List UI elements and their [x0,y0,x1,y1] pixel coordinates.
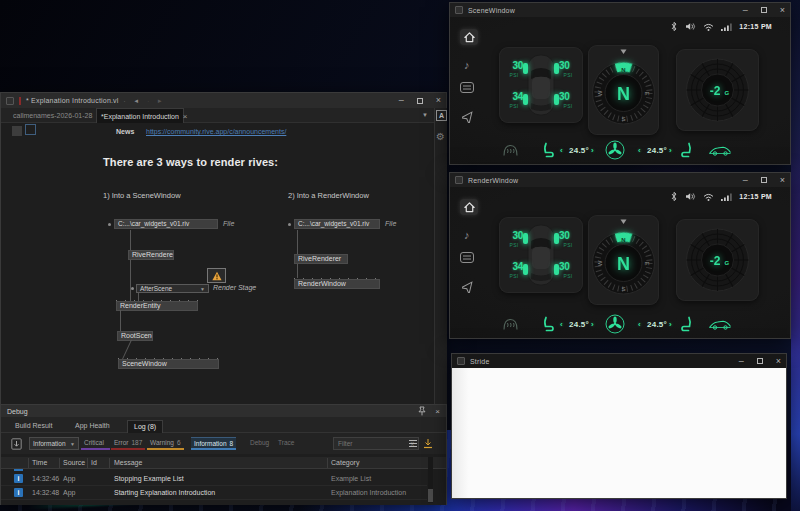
node-scene-window[interactable]: SceneWindow [118,359,219,369]
log-row[interactable]: i 14:32:48 App Starting Explanation Intr… [1,486,427,500]
col-message[interactable]: Message [114,459,142,466]
minimize-button[interactable]: – [743,176,748,185]
tab-build-result[interactable]: Build Result [9,420,58,433]
defrost-icon[interactable] [502,317,519,331]
maximize-button[interactable] [757,358,763,364]
home-button[interactable] [460,199,478,215]
filter-input[interactable] [334,440,411,447]
fan-icon[interactable] [605,140,625,160]
node-root-scene[interactable]: RootScene [117,331,153,341]
auto-clear-icon[interactable] [11,438,22,450]
temp-left-increase-chevron[interactable]: › [591,146,594,155]
node-riv-file[interactable]: C:...\car_widgets_v01.riv [114,219,218,229]
scrollbar-handle[interactable] [428,489,433,502]
node-pin[interactable] [108,223,111,226]
tab-app-health[interactable]: App Health [69,420,116,433]
node-riv-file[interactable]: C:...\car_widgets_v01.riv [294,219,380,229]
temp-right-increase-chevron[interactable]: › [669,146,672,155]
filter-field[interactable]: x [333,437,419,450]
gforce-panel[interactable]: -2 G [676,219,759,301]
temp-left-decrease-chevron[interactable]: ‹ [560,320,563,329]
tab-log[interactable]: Log (8) [127,420,163,433]
temp-left-increase-chevron[interactable]: › [591,320,594,329]
climate-vents-icon[interactable] [460,252,474,263]
debug-panel-header[interactable]: Debug × [1,405,446,417]
car-side-icon[interactable] [708,318,732,330]
tab-overflow-icon[interactable]: ▼ [422,112,428,118]
temp-right-decrease-chevron[interactable]: ‹ [638,146,641,155]
stride-viewport[interactable] [452,368,786,498]
log-scrollbar[interactable] [428,457,433,503]
col-category[interactable]: Category [331,459,359,466]
wrap-lines-icon[interactable] [409,440,417,447]
maximize-button[interactable] [417,98,423,104]
log-filter-warning[interactable]: Warning6 [147,437,184,450]
tab-close-icon[interactable]: × [183,112,188,121]
editor-titlebar[interactable]: * Explanation Introduction.vl · ◄ · ► – … [1,93,446,108]
node-rive-renderer[interactable]: RiveRenderer [128,250,174,260]
minimize-button[interactable]: – [739,357,744,366]
temp-right-decrease-chevron[interactable]: ‹ [638,320,641,329]
music-icon[interactable]: ♪ [464,229,470,241]
history-forward-icon[interactable]: · ► [147,98,166,104]
warning-badge[interactable] [207,268,226,283]
export-log-icon[interactable] [423,438,433,449]
car-side-icon[interactable] [708,144,732,156]
render-stage-dropdown[interactable]: AfterScene ▼ [136,284,209,293]
log-filter-error[interactable]: Error187 [111,437,145,450]
maximize-button[interactable] [761,7,767,13]
patch-swatch-selected[interactable] [25,124,36,135]
gforce-panel[interactable]: -2 G [676,49,759,131]
home-button[interactable] [460,29,478,45]
tire-pressure-panel[interactable]: 30 PSI 30 PSI 34 PSI 30 PSI [499,217,583,293]
log-filter-information[interactable]: Information8 [191,437,236,450]
navigation-icon[interactable] [462,280,475,293]
log-filter-debug[interactable]: Debug [247,437,275,450]
seat-right-icon[interactable] [681,316,693,332]
fan-icon[interactable] [605,314,625,334]
col-source[interactable]: Source [63,459,85,466]
col-time[interactable]: Time [32,459,47,466]
patch-canvas[interactable]: News https://community.rive.app/c/announ… [1,123,434,404]
gear-icon[interactable]: ⚙ [436,132,445,142]
node-pin[interactable] [288,223,291,226]
node-pin[interactable] [131,287,134,290]
seat-right-icon[interactable] [681,142,693,158]
compass-panel[interactable]: N W E S N [588,215,659,305]
maximize-button[interactable] [761,177,767,183]
temp-right-increase-chevron[interactable]: › [669,320,672,329]
history-back-icon[interactable]: · ◄ [124,98,143,104]
defrost-icon[interactable] [502,143,519,157]
log-level-dropdown[interactable]: Information ▼ [29,437,79,450]
temp-left-decrease-chevron[interactable]: ‹ [560,146,563,155]
close-button[interactable]: × [436,96,441,105]
tab-explanation-introduction[interactable]: *Explanation Introduction × [96,108,184,123]
close-button[interactable]: × [780,176,785,185]
stride-window-titlebar[interactable]: Stride – × [452,354,786,368]
annotations-icon[interactable]: A [436,110,447,121]
log-row[interactable]: i 14:32:46 App Stopping Example List Exa… [1,472,427,486]
render-window-titlebar[interactable]: RenderWindow – × [450,173,790,187]
pin-icon[interactable] [417,406,427,416]
patch-swatch[interactable] [12,126,22,136]
log-table[interactable]: Time Source Id Message Category i 14:32:… [1,454,446,505]
node-render-window[interactable]: RenderWindow [294,279,380,289]
navigation-icon[interactable] [462,110,475,123]
seat-left-icon[interactable] [542,316,554,332]
col-id[interactable]: Id [91,459,97,466]
debug-close-icon[interactable]: × [435,407,440,416]
log-filter-critical[interactable]: Critical [81,437,110,450]
climate-vents-icon[interactable] [460,82,474,93]
scene-window-titlebar[interactable]: SceneWindow – × [450,3,790,17]
node-render-entity[interactable]: RenderEntity [116,301,198,311]
seat-left-icon[interactable] [542,142,554,158]
news-link[interactable]: https://community.rive.app/c/announcemen… [146,128,286,135]
music-icon[interactable]: ♪ [464,59,470,71]
tire-pressure-panel[interactable]: 30 PSI 30 PSI 34 PSI 30 PSI [499,47,583,123]
node-rive-renderer[interactable]: RiveRenderer [294,254,348,264]
minimize-button[interactable]: – [399,96,404,105]
close-button[interactable]: × [780,6,785,15]
minimize-button[interactable]: – [743,6,748,15]
close-button[interactable]: × [776,357,781,366]
log-filter-trace[interactable]: Trace [275,437,300,450]
